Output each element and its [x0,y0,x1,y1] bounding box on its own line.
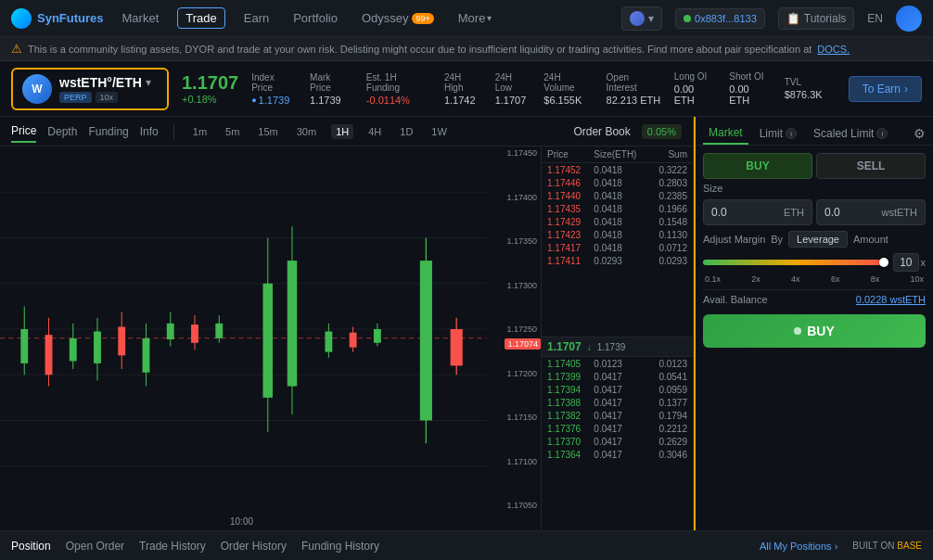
size-unit-eth: ETH [784,207,804,218]
ob-mid-price-value: 1.1707 [547,340,582,353]
avatar[interactable] [896,6,922,32]
stat-mark-price: Mark Price 1.1739 [310,72,353,106]
candlestick-chart [0,146,487,512]
header: SynFutures Market Trade Earn Portfolio O… [0,0,933,37]
ob-sell-row-6[interactable]: 1.174170.04180.0712 [542,241,693,254]
avail-balance-value[interactable]: 0.0228 wstETH [856,294,926,305]
svg-rect-11 [45,335,53,375]
time-1w[interactable]: 1W [428,124,451,139]
buy-submit-button[interactable]: BUY [703,314,926,348]
bottom-tab-position[interactable]: Position [11,536,51,556]
time-5m[interactable]: 5m [222,124,243,139]
ob-buy-row-1[interactable]: 1.173990.04170.0541 [542,370,693,383]
time-30m[interactable]: 30m [293,124,320,139]
time-15m[interactable]: 15m [254,124,281,139]
nav-market[interactable]: Market [117,7,165,29]
time-1d[interactable]: 1D [396,124,416,139]
stat-high-value: 1.1742 [444,95,482,106]
scaled-info-icon: i [876,128,888,139]
time-1m[interactable]: 1m [189,124,211,139]
ob-buy-row-3[interactable]: 1.173880.04170.1377 [542,396,693,409]
chart-section: Price Depth Funding Info 1m 5m 15m 30m 1… [0,117,694,530]
wallet-button[interactable]: 0x883f...8133 [675,8,765,29]
leverage-thumb[interactable] [879,258,888,267]
size-input-wst[interactable]: 0.0 wstETH [816,199,926,225]
sell-tab[interactable]: SELL [816,153,926,179]
order-tab-market[interactable]: Market [703,122,748,145]
bottom-tab-order-history[interactable]: Order History [221,536,287,556]
time-1h[interactable]: 1H [331,124,353,139]
lev-mark-1: 2x [751,274,760,284]
ob-sell-row-4[interactable]: 1.174290.04180.1548 [542,215,693,228]
lev-mark-4: 8x [871,274,880,284]
y-label-1: 1.17400 [487,193,541,202]
svg-rect-27 [263,284,274,398]
y-label-8: 1.17050 [487,501,541,510]
size-input-eth[interactable]: 0.0 ETH [703,199,812,225]
bottom-tab-open-order[interactable]: Open Order [66,536,124,556]
bottom-tab-funding-history[interactable]: Funding History [301,536,379,556]
stat-long-oi: Long OI 0.00 ETH [674,71,716,106]
stat-short-value: 0.00 ETH [729,83,771,106]
stat-short-label: Short OI [729,71,771,82]
tab-info[interactable]: Info [140,121,159,142]
nav-trade[interactable]: Trade [177,7,224,29]
nav-odyssey[interactable]: Odyssey 99+ [356,7,440,29]
ob-buy-row-5[interactable]: 1.173760.04170.2212 [542,422,693,435]
order-tab-scaled-limit[interactable]: Scaled Limit i [808,123,893,144]
leverage-section: 10 x 0.1x 2x 4x 6x 8x 10x [703,253,926,284]
pair-selector[interactable]: W wstETH°/ETH ▾ PERP 10x [11,68,169,110]
size-unit-wst: wstETH [882,207,918,218]
wallet-address: 0x883f...8133 [695,13,757,24]
by-label: By [771,234,783,245]
ob-sell-row-2[interactable]: 1.174400.04180.2385 [542,189,693,202]
nav-earn[interactable]: Earn [238,7,275,29]
y-label-2: 1.17350 [487,236,541,246]
ob-mid-price-row: 1.1707 ↓ 1.1739 [542,337,693,357]
ob-sell-row-7[interactable]: 1.174110.02930.0293 [542,254,693,267]
chain-selector[interactable]: ▾ [621,6,662,31]
earn-button[interactable]: To Earn › [849,76,922,102]
built-on-text: BUILT ON [852,541,894,551]
lev-mark-2: 4x [791,274,800,284]
logo[interactable]: SynFutures [11,8,104,29]
ob-col-size: Size(ETH) [594,149,640,159]
y-label-6: 1.17150 [487,413,541,422]
svg-rect-13 [70,338,77,362]
y-label-0: 1.17450 [487,148,541,158]
chart-canvas: 1.17450 1.17400 1.17350 1.17300 1.17250 … [0,146,541,530]
ob-buy-row-6[interactable]: 1.173700.04170.2629 [542,435,693,448]
order-settings-icon[interactable]: ⚙ [914,126,926,141]
svg-rect-21 [167,324,174,339]
bottom-tab-trade-history[interactable]: Trade History [139,536,206,556]
ob-buy-row-2[interactable]: 1.173940.04170.0959 [542,383,693,396]
leverage-slider-track[interactable] [703,260,888,265]
tab-price[interactable]: Price [11,121,36,143]
buy-sell-tabs: BUY SELL [703,153,926,179]
time-4h[interactable]: 4H [364,124,385,139]
order-tab-limit[interactable]: Limit i [754,123,802,144]
y-label-5: 1.17200 [487,369,541,378]
ob-sell-row-3[interactable]: 1.174350.04180.1966 [542,202,693,215]
tab-depth[interactable]: Depth [47,121,77,142]
ob-sell-row-1[interactable]: 1.174460.04180.2803 [542,176,693,189]
ob-buy-row-4[interactable]: 1.173820.04170.1794 [542,409,693,422]
tutorials-button[interactable]: 📋 Tutorials [778,7,855,30]
warning-link[interactable]: DOCS. [817,44,850,55]
limit-info-icon: i [786,128,797,139]
ob-buy-row-0[interactable]: 1.174050.01230.0123 [542,357,693,370]
nav-portfolio[interactable]: Portfolio [288,7,343,29]
ob-sell-row-5[interactable]: 1.174230.04180.1130 [542,228,693,241]
tab-funding[interactable]: Funding [88,121,128,142]
amount-label: Amount [853,234,888,245]
ob-buy-row-7[interactable]: 1.173640.04170.3046 [542,448,693,461]
buy-tab[interactable]: BUY [703,153,812,179]
bottom-tabs-bar: Position Open Order Trade History Order … [0,530,933,560]
logo-icon [11,8,32,29]
all-positions-link[interactable]: All My Positions › [760,541,837,552]
nav-more[interactable]: More ▾ [453,7,498,29]
ob-sell-row-0[interactable]: 1.174520.04180.3222 [542,163,693,176]
leverage-toggle-btn[interactable]: Leverage [788,231,848,248]
lev-mark-0: 0.1x [705,274,721,284]
language-selector[interactable]: EN [867,12,883,25]
